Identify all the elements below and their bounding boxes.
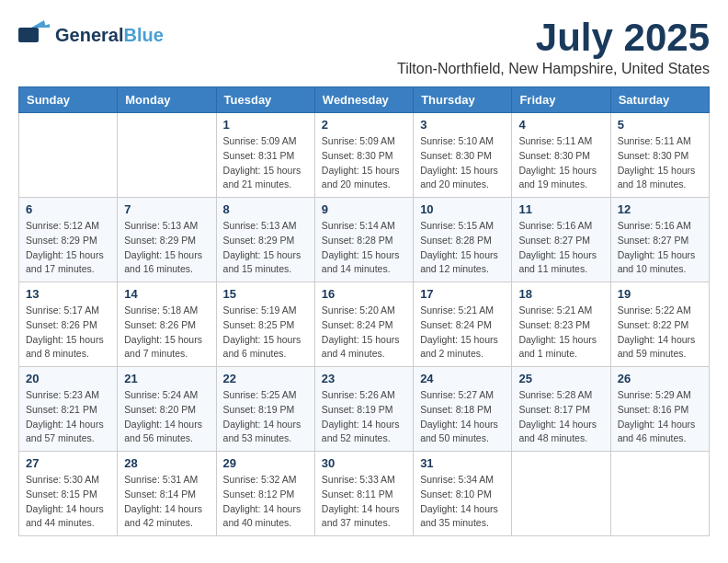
day-number: 15 <box>223 287 308 301</box>
calendar-cell <box>19 113 118 198</box>
day-info: Sunrise: 5:31 AM Sunset: 8:14 PM Dayligh… <box>124 473 209 531</box>
day-info: Sunrise: 5:23 AM Sunset: 8:21 PM Dayligh… <box>26 388 110 446</box>
calendar-cell: 1Sunrise: 5:09 AM Sunset: 8:31 PM Daylig… <box>216 113 314 198</box>
day-number: 5 <box>618 118 702 132</box>
day-info: Sunrise: 5:16 AM Sunset: 8:27 PM Dayligh… <box>518 219 603 277</box>
day-of-week-sunday: Sunday <box>19 87 118 113</box>
days-of-week-row: SundayMondayTuesdayWednesdayThursdayFrid… <box>19 87 710 113</box>
logo-general: General <box>55 25 123 45</box>
day-info: Sunrise: 5:21 AM Sunset: 8:24 PM Dayligh… <box>420 304 505 362</box>
day-of-week-thursday: Thursday <box>414 87 512 113</box>
calendar-cell: 14Sunrise: 5:18 AM Sunset: 8:26 PM Dayli… <box>118 282 216 367</box>
day-info: Sunrise: 5:15 AM Sunset: 8:28 PM Dayligh… <box>420 219 505 277</box>
day-number: 4 <box>518 118 603 132</box>
day-info: Sunrise: 5:27 AM Sunset: 8:18 PM Dayligh… <box>420 388 505 446</box>
calendar-cell: 22Sunrise: 5:25 AM Sunset: 8:19 PM Dayli… <box>216 367 314 452</box>
page-header: GeneralBlue July 2025 Tilton-Northfield,… <box>18 18 710 77</box>
day-number: 2 <box>322 118 406 132</box>
calendar-cell: 17Sunrise: 5:21 AM Sunset: 8:24 PM Dayli… <box>414 282 512 367</box>
week-row-5: 27Sunrise: 5:30 AM Sunset: 8:15 PM Dayli… <box>19 452 710 536</box>
week-row-4: 20Sunrise: 5:23 AM Sunset: 8:21 PM Dayli… <box>19 367 710 452</box>
calendar-cell: 6Sunrise: 5:12 AM Sunset: 8:29 PM Daylig… <box>19 198 118 282</box>
day-number: 14 <box>124 287 209 301</box>
day-info: Sunrise: 5:20 AM Sunset: 8:24 PM Dayligh… <box>322 304 406 362</box>
calendar-cell: 18Sunrise: 5:21 AM Sunset: 8:23 PM Dayli… <box>512 282 610 367</box>
day-number: 26 <box>618 372 702 385</box>
day-number: 17 <box>420 287 505 301</box>
day-info: Sunrise: 5:10 AM Sunset: 8:30 PM Dayligh… <box>420 134 505 192</box>
calendar-cell: 21Sunrise: 5:24 AM Sunset: 8:20 PM Dayli… <box>118 367 216 452</box>
calendar-cell: 9Sunrise: 5:14 AM Sunset: 8:28 PM Daylig… <box>314 198 413 282</box>
week-row-1: 1Sunrise: 5:09 AM Sunset: 8:31 PM Daylig… <box>19 113 710 198</box>
calendar-cell: 7Sunrise: 5:13 AM Sunset: 8:29 PM Daylig… <box>118 198 216 282</box>
calendar-cell <box>118 113 216 198</box>
calendar-cell: 24Sunrise: 5:27 AM Sunset: 8:18 PM Dayli… <box>414 367 512 452</box>
calendar-cell: 16Sunrise: 5:20 AM Sunset: 8:24 PM Dayli… <box>314 282 413 367</box>
calendar-cell: 30Sunrise: 5:33 AM Sunset: 8:11 PM Dayli… <box>314 452 413 536</box>
day-info: Sunrise: 5:34 AM Sunset: 8:10 PM Dayligh… <box>420 473 505 531</box>
day-info: Sunrise: 5:13 AM Sunset: 8:29 PM Dayligh… <box>124 219 209 277</box>
day-info: Sunrise: 5:17 AM Sunset: 8:26 PM Dayligh… <box>26 304 110 362</box>
day-of-week-saturday: Saturday <box>610 87 709 113</box>
day-info: Sunrise: 5:19 AM Sunset: 8:25 PM Dayligh… <box>223 304 308 362</box>
day-info: Sunrise: 5:16 AM Sunset: 8:27 PM Dayligh… <box>618 219 702 277</box>
day-of-week-friday: Friday <box>512 87 610 113</box>
day-number: 30 <box>322 456 406 470</box>
calendar-cell: 23Sunrise: 5:26 AM Sunset: 8:19 PM Dayli… <box>314 367 413 452</box>
logo-icon <box>18 18 51 52</box>
calendar-table: SundayMondayTuesdayWednesdayThursdayFrid… <box>18 86 710 536</box>
calendar-cell: 25Sunrise: 5:28 AM Sunset: 8:17 PM Dayli… <box>512 367 610 452</box>
calendar-cell: 3Sunrise: 5:10 AM Sunset: 8:30 PM Daylig… <box>414 113 512 198</box>
day-info: Sunrise: 5:13 AM Sunset: 8:29 PM Dayligh… <box>223 219 308 277</box>
day-number: 16 <box>322 287 406 301</box>
day-number: 25 <box>518 372 603 385</box>
day-number: 20 <box>26 372 110 385</box>
calendar-cell: 29Sunrise: 5:32 AM Sunset: 8:12 PM Dayli… <box>216 452 314 536</box>
calendar-cell: 19Sunrise: 5:22 AM Sunset: 8:22 PM Dayli… <box>610 282 709 367</box>
calendar-header: SundayMondayTuesdayWednesdayThursdayFrid… <box>19 87 710 113</box>
day-number: 24 <box>420 372 505 385</box>
day-number: 9 <box>322 202 406 216</box>
day-info: Sunrise: 5:33 AM Sunset: 8:11 PM Dayligh… <box>322 473 406 531</box>
calendar-cell: 10Sunrise: 5:15 AM Sunset: 8:28 PM Dayli… <box>414 198 512 282</box>
day-number: 21 <box>124 372 209 385</box>
calendar-body: 1Sunrise: 5:09 AM Sunset: 8:31 PM Daylig… <box>19 113 710 536</box>
calendar-cell: 2Sunrise: 5:09 AM Sunset: 8:30 PM Daylig… <box>314 113 413 198</box>
day-number: 19 <box>618 287 702 301</box>
calendar-cell: 11Sunrise: 5:16 AM Sunset: 8:27 PM Dayli… <box>512 198 610 282</box>
calendar-cell: 31Sunrise: 5:34 AM Sunset: 8:10 PM Dayli… <box>414 452 512 536</box>
day-number: 7 <box>124 202 209 216</box>
day-number: 11 <box>518 202 603 216</box>
calendar-cell: 28Sunrise: 5:31 AM Sunset: 8:14 PM Dayli… <box>118 452 216 536</box>
day-info: Sunrise: 5:26 AM Sunset: 8:19 PM Dayligh… <box>322 388 406 446</box>
day-number: 22 <box>223 372 308 385</box>
day-info: Sunrise: 5:12 AM Sunset: 8:29 PM Dayligh… <box>26 219 110 277</box>
week-row-3: 13Sunrise: 5:17 AM Sunset: 8:26 PM Dayli… <box>19 282 710 367</box>
calendar-cell <box>610 452 709 536</box>
day-number: 29 <box>223 456 308 470</box>
day-number: 23 <box>322 372 406 385</box>
day-number: 1 <box>223 118 308 132</box>
calendar-cell: 5Sunrise: 5:11 AM Sunset: 8:30 PM Daylig… <box>610 113 709 198</box>
day-of-week-monday: Monday <box>118 87 216 113</box>
day-number: 6 <box>26 202 110 216</box>
day-number: 28 <box>124 456 209 470</box>
calendar-cell: 20Sunrise: 5:23 AM Sunset: 8:21 PM Dayli… <box>19 367 118 452</box>
day-number: 31 <box>420 456 505 470</box>
month-title: July 2025 <box>397 18 710 57</box>
day-info: Sunrise: 5:32 AM Sunset: 8:12 PM Dayligh… <box>223 473 308 531</box>
day-info: Sunrise: 5:24 AM Sunset: 8:20 PM Dayligh… <box>124 388 209 446</box>
day-info: Sunrise: 5:09 AM Sunset: 8:31 PM Dayligh… <box>223 134 308 192</box>
day-number: 13 <box>26 287 110 301</box>
calendar-cell: 13Sunrise: 5:17 AM Sunset: 8:26 PM Dayli… <box>19 282 118 367</box>
logo-blue: Blue <box>123 25 163 45</box>
day-info: Sunrise: 5:11 AM Sunset: 8:30 PM Dayligh… <box>618 134 702 192</box>
calendar-cell: 15Sunrise: 5:19 AM Sunset: 8:25 PM Dayli… <box>216 282 314 367</box>
day-number: 18 <box>518 287 603 301</box>
day-info: Sunrise: 5:11 AM Sunset: 8:30 PM Dayligh… <box>518 134 603 192</box>
logo: GeneralBlue <box>18 18 164 52</box>
day-info: Sunrise: 5:29 AM Sunset: 8:16 PM Dayligh… <box>618 388 702 446</box>
day-info: Sunrise: 5:09 AM Sunset: 8:30 PM Dayligh… <box>322 134 406 192</box>
day-number: 3 <box>420 118 505 132</box>
day-info: Sunrise: 5:30 AM Sunset: 8:15 PM Dayligh… <box>26 473 110 531</box>
